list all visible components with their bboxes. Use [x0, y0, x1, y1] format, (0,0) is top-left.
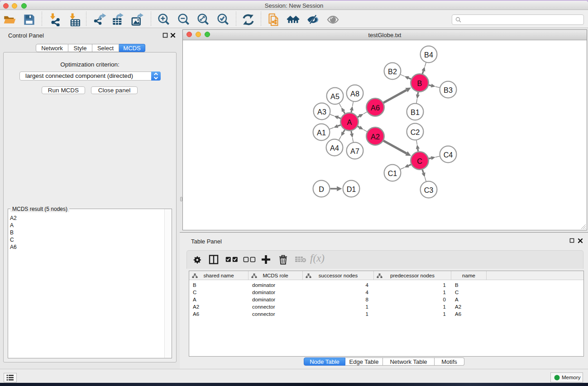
svg-text:A3: A3 [317, 108, 326, 116]
svg-text:D1: D1 [347, 185, 356, 193]
svg-text:A5: A5 [330, 92, 339, 100]
svg-text:C3: C3 [424, 186, 434, 194]
svg-text:C: C [417, 157, 422, 165]
svg-text:A4: A4 [330, 144, 339, 152]
svg-text:C4: C4 [444, 151, 453, 159]
svg-text:C1: C1 [388, 169, 397, 177]
svg-text:A7: A7 [350, 147, 359, 155]
svg-text:B2: B2 [388, 67, 397, 76]
svg-text:A: A [347, 118, 352, 126]
svg-text:A1: A1 [317, 129, 326, 137]
svg-text:A6: A6 [371, 104, 380, 112]
svg-text:B4: B4 [424, 51, 433, 59]
svg-text:A8: A8 [350, 90, 359, 98]
svg-text:B: B [417, 79, 422, 87]
svg-text:D: D [319, 185, 324, 193]
svg-text:B3: B3 [444, 86, 453, 94]
svg-text:A2: A2 [371, 133, 380, 141]
svg-text:B1: B1 [411, 108, 420, 116]
svg-text:C2: C2 [411, 128, 420, 136]
